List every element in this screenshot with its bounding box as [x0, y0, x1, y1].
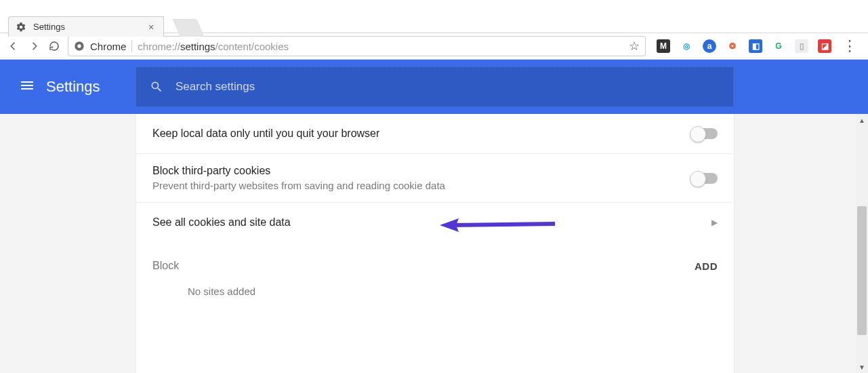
hamburger-menu-button[interactable] [19, 77, 35, 96]
omnibox-scheme-label: Chrome [90, 41, 126, 52]
doc-ext[interactable]: ▯ [795, 39, 808, 53]
forward-button[interactable] [27, 39, 41, 53]
setting-see-all-cookies[interactable]: See all cookies and site data ▶ [136, 203, 734, 242]
reload-button[interactable] [47, 39, 61, 53]
no-sites-label: No sites added [136, 281, 734, 317]
content-area: Keep local data only until you quit your… [0, 114, 868, 373]
search-icon [150, 80, 163, 94]
add-button[interactable]: ADD [695, 260, 718, 272]
browser-menu-button[interactable]: ⋮ [838, 37, 861, 55]
m-ext[interactable]: M [657, 39, 670, 53]
search-placeholder: Search settings [175, 80, 255, 94]
tab-title: Settings [32, 22, 140, 32]
tab-strip: Settings × [0, 0, 868, 33]
toggle-block-3p-cookies[interactable] [692, 173, 718, 184]
g-ext[interactable]: G [772, 39, 785, 53]
svg-point-1 [77, 44, 81, 47]
extension-row: M◎a❂◧G▯◪ [653, 39, 831, 53]
vertical-scrollbar[interactable]: ▲ ▼ [856, 114, 868, 373]
setting-sublabel: Prevent third-party websites from saving… [152, 180, 445, 191]
settings-header: Settings Search settings [0, 60, 868, 114]
omnibox-divider [131, 40, 132, 52]
browser-toolbar: Chrome chrome://settings/content/cookies… [0, 33, 868, 60]
setting-label: Keep local data only until you quit your… [152, 127, 379, 140]
scroll-thumb[interactable] [857, 206, 867, 335]
scroll-up-button[interactable]: ▲ [856, 114, 868, 126]
tab-close-button[interactable]: × [146, 22, 157, 33]
search-settings-input[interactable]: Search settings [136, 66, 734, 107]
swirl-ext[interactable]: ❂ [726, 39, 739, 53]
chrome-icon [74, 41, 85, 52]
setting-label: See all cookies and site data [152, 216, 291, 229]
svg-line-2 [453, 224, 555, 225]
svg-marker-3 [440, 218, 459, 232]
omnibox-url: chrome://settings/content/cookies [138, 41, 289, 52]
page-title: Settings [46, 78, 100, 96]
block-label: Block [152, 260, 179, 272]
back-button[interactable] [7, 39, 20, 53]
toggle-keep-local-data[interactable] [692, 128, 718, 139]
annotation-arrow-icon [440, 215, 555, 235]
settings-panel: Keep local data only until you quit your… [136, 114, 735, 373]
camera-ext[interactable]: ◧ [749, 39, 762, 53]
setting-block-3p-cookies[interactable]: Block third-party cookies Prevent third-… [136, 154, 734, 203]
address-bar[interactable]: Chrome chrome://settings/content/cookies… [68, 36, 646, 56]
red-ext[interactable]: ◪ [818, 39, 831, 53]
gear-icon [16, 22, 26, 33]
chevron-right-icon: ▶ [711, 218, 718, 227]
block-section-header: Block ADD [136, 242, 734, 281]
bookmark-star-icon[interactable]: ☆ [629, 39, 640, 54]
setting-label: Block third-party cookies [152, 165, 445, 177]
tab-settings[interactable]: Settings × [8, 16, 164, 37]
circle-blue-ext[interactable]: ◎ [680, 39, 693, 53]
at-ext[interactable]: a [703, 39, 716, 53]
scroll-down-button[interactable]: ▼ [856, 361, 868, 373]
setting-keep-local-data[interactable]: Keep local data only until you quit your… [136, 114, 734, 154]
